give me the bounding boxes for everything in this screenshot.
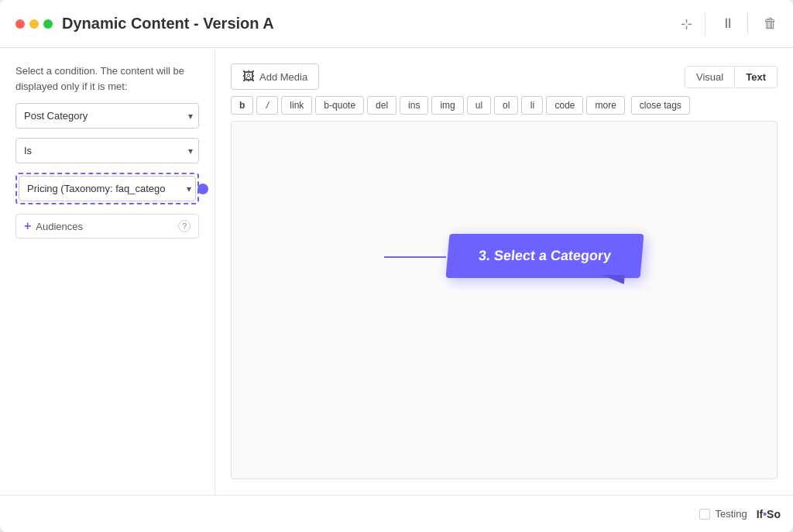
is-wrapper: Is ▾ bbox=[15, 138, 199, 163]
audiences-plus-icon: + bbox=[24, 219, 31, 233]
window-title: Dynamic Content - Version A bbox=[62, 15, 274, 33]
traffic-lights bbox=[15, 19, 53, 29]
traffic-light-yellow[interactable] bbox=[29, 19, 39, 29]
move-icon: ⊹ bbox=[681, 16, 692, 32]
traffic-light-green[interactable] bbox=[43, 19, 53, 29]
bold-button[interactable]: b bbox=[231, 96, 253, 115]
audiences-label: Audiences bbox=[36, 221, 83, 232]
brand-if: If bbox=[757, 508, 764, 520]
editor-area[interactable] bbox=[231, 121, 778, 479]
close-tags-button[interactable]: close tags bbox=[631, 96, 690, 115]
li-button[interactable]: li bbox=[521, 96, 543, 115]
testing-checkbox[interactable] bbox=[699, 509, 710, 520]
move-button[interactable]: ⊹ bbox=[678, 12, 705, 36]
text-button[interactable]: Text bbox=[735, 66, 778, 88]
pricing-select-wrapper: Pricing (Taxonomy: faq_catego ▾ bbox=[15, 173, 199, 204]
editor-topbar: 🖼 Add Media Visual Text bbox=[231, 63, 778, 90]
titlebar-actions: ⊹ ⏸ 🗑 bbox=[678, 12, 778, 36]
ol-button[interactable]: ol bbox=[494, 96, 518, 115]
ul-button[interactable]: ul bbox=[467, 96, 491, 115]
pricing-select[interactable]: Pricing (Taxonomy: faq_catego bbox=[19, 176, 196, 201]
ins-button[interactable]: ins bbox=[400, 96, 428, 115]
callout-text: 3. Select a Category bbox=[478, 248, 612, 263]
bottom-bar: Testing If•So bbox=[0, 495, 793, 532]
view-toggle: Visual Text bbox=[685, 66, 778, 88]
delete-button[interactable]: 🗑 bbox=[760, 12, 778, 35]
pause-button[interactable]: ⏸ bbox=[718, 12, 748, 35]
right-panel: 🖼 Add Media Visual Text b / link b-quote… bbox=[215, 48, 793, 495]
app-window: Dynamic Content - Version A ⊹ ⏸ 🗑 Select… bbox=[0, 0, 793, 532]
del-button[interactable]: del bbox=[367, 96, 396, 115]
condition-description: Select a condition. The content will be … bbox=[15, 63, 199, 94]
testing-text: Testing bbox=[715, 508, 747, 520]
callout-wrapper: 3. Select a Category bbox=[448, 234, 642, 278]
post-category-wrapper: Post Category ▾ bbox=[15, 103, 199, 129]
italic-button[interactable]: / bbox=[256, 96, 278, 115]
audiences-help-icon[interactable]: ? bbox=[178, 220, 191, 232]
visual-button[interactable]: Visual bbox=[685, 66, 735, 88]
titlebar-left: Dynamic Content - Version A bbox=[15, 15, 274, 33]
left-panel: Select a condition. The content will be … bbox=[0, 48, 215, 495]
pause-icon: ⏸ bbox=[721, 15, 735, 31]
connector-dot bbox=[197, 184, 208, 194]
editor-toolbar: b / link b-quote del ins img ul ol li co… bbox=[231, 96, 778, 115]
trash-icon: 🗑 bbox=[764, 15, 778, 31]
titlebar: Dynamic Content - Version A ⊹ ⏸ 🗑 bbox=[0, 0, 793, 48]
traffic-light-red[interactable] bbox=[15, 19, 25, 29]
post-category-select[interactable]: Post Category bbox=[15, 103, 199, 129]
add-media-button[interactable]: 🖼 Add Media bbox=[231, 63, 319, 90]
brand-so: So bbox=[767, 508, 781, 520]
connector-line bbox=[384, 256, 446, 258]
link-button[interactable]: link bbox=[281, 96, 312, 115]
brand-logo: If•So bbox=[757, 508, 781, 520]
img-button[interactable]: img bbox=[431, 96, 463, 115]
testing-label: Testing bbox=[699, 508, 747, 520]
is-select[interactable]: Is bbox=[15, 138, 199, 163]
add-media-label: Add Media bbox=[259, 71, 307, 83]
audiences-row[interactable]: + Audiences ? bbox=[15, 214, 199, 239]
add-media-icon: 🖼 bbox=[242, 70, 255, 84]
bquote-button[interactable]: b-quote bbox=[315, 96, 364, 115]
more-button[interactable]: more bbox=[586, 96, 624, 115]
callout-banner: 3. Select a Category bbox=[446, 234, 644, 278]
main-content: Select a condition. The content will be … bbox=[0, 48, 793, 495]
code-button[interactable]: code bbox=[546, 96, 583, 115]
